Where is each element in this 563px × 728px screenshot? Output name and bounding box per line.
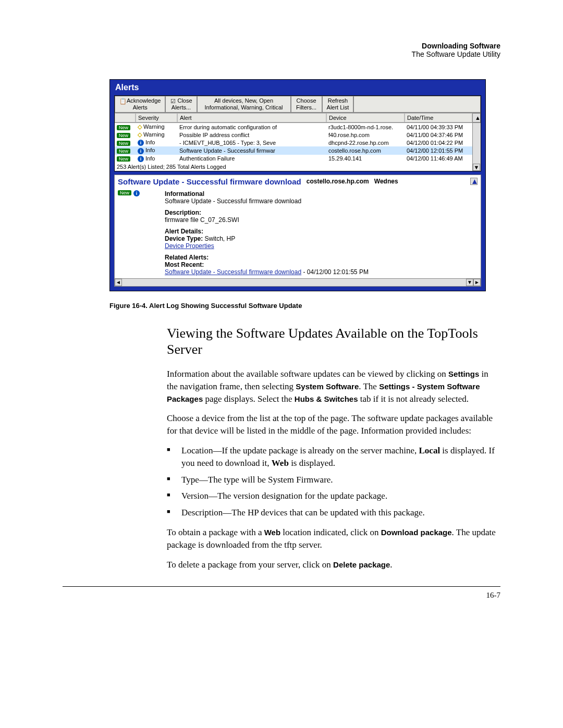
scroll-down-button[interactable]: ▼: [473, 164, 480, 171]
detail-body: New i Informational Software Update - Su…: [115, 188, 481, 278]
filter-summary: All devices, New, Open Informational, Wa…: [197, 96, 291, 113]
cell-device: costello.rose.hp.com: [326, 147, 405, 154]
window-titlebar: Alerts: [110, 80, 485, 95]
table-row[interactable]: Newi Info- ICMEVT_HUB_1065 - Type: 3, Se…: [115, 139, 472, 146]
col-date[interactable]: Date/Time: [405, 113, 472, 122]
paragraph-4: To delete a package from your server, cl…: [167, 559, 500, 571]
toolbar-spacer: [353, 96, 481, 113]
table-row[interactable]: Newi InfoAuthentication Failure15.29.40.…: [115, 155, 472, 163]
col-severity[interactable]: Severity: [136, 113, 177, 122]
col-device[interactable]: Device: [326, 113, 405, 122]
filter-line1: All devices, New, Open: [214, 97, 273, 104]
choose-filters-button[interactable]: Choose Filters...: [291, 96, 322, 113]
warning-icon: ◇: [138, 131, 142, 138]
page: Downloading Software The Software Update…: [0, 0, 563, 621]
alert-detail-panel: Software Update - Successful firmware do…: [114, 175, 481, 287]
cell-alert: Software Update - Successful firmwar: [177, 147, 326, 154]
toolbar-label: Refresh: [328, 97, 348, 104]
detail-host: costello.rose.hp.com: [307, 178, 369, 185]
recent-alert-link[interactable]: Software Update - Successful firmware do…: [165, 268, 301, 276]
toolbar-label: Close: [177, 97, 192, 104]
new-badge: New: [117, 149, 130, 154]
detail-summary: Software Update - Successful firmware do…: [165, 198, 478, 205]
cell-severity: i Info: [136, 139, 177, 146]
cell-severity: i Info: [136, 146, 177, 154]
most-recent-label: Most Recent:: [165, 261, 204, 268]
toolbar-label: Filters...: [296, 104, 316, 111]
cell-alert: Authentication Failure: [177, 155, 326, 162]
close-alerts-button[interactable]: ☑Close Alerts...: [165, 96, 197, 113]
toolbar-label: Choose: [297, 97, 316, 104]
info-icon: i: [138, 140, 144, 146]
scroll-right-button[interactable]: ►: [473, 279, 481, 286]
new-badge: New: [117, 133, 130, 138]
device-type-line: Device Type: Switch, HP: [165, 235, 478, 242]
page-footer: 16-7: [63, 586, 500, 600]
bullet-list: Location—If the update package is alread…: [167, 445, 500, 519]
cell-device: 15.29.40.141: [326, 155, 405, 162]
warning-icon: ◇: [138, 124, 142, 130]
cell-device: r3udc1-8000m-nd-1.rose.: [326, 124, 405, 131]
detail-badge-area: New i: [118, 190, 154, 276]
cell-severity: ◇ Warning: [136, 123, 177, 131]
col-new[interactable]: [115, 113, 136, 122]
bullet-3: Version—The version designation for the …: [167, 490, 500, 502]
table-row[interactable]: Newi InfoSoftware Update - Successful fi…: [115, 146, 472, 154]
new-badge: New: [117, 125, 130, 130]
info-icon: i: [138, 148, 144, 154]
col-alert[interactable]: Alert: [177, 113, 326, 122]
info-icon: i: [138, 156, 144, 162]
device-properties-link[interactable]: Device Properties: [165, 242, 214, 250]
cell-severity: i Info: [136, 155, 177, 163]
toolbar-label: Alerts...: [172, 104, 191, 111]
toolbar-label: Alerts: [133, 104, 148, 111]
header-subtitle: The Software Update Utility: [63, 50, 500, 58]
detail-header: Software Update - Successful firmware do…: [115, 175, 481, 188]
desc-label: Description:: [165, 209, 478, 216]
body-section: Viewing the Software Updates Available o…: [167, 325, 500, 571]
detail-day: Wednes: [374, 178, 398, 185]
status-line: 253 Alert(s) Listed; 285 Total Alerts Lo…: [115, 163, 472, 171]
cell-device: f40.rose.hp.com: [326, 131, 405, 139]
cell-severity: ◇ Warning: [136, 131, 177, 139]
cell-date: 04/11/00 04:37:46 PM: [405, 131, 472, 139]
column-headers: Severity Alert Device Date/Time ▲: [115, 113, 481, 123]
toolbar-label: Acknowledge: [127, 97, 161, 104]
detail-level: Informational: [165, 190, 478, 198]
new-badge: New: [118, 190, 131, 195]
bullet-4: Description—The HP devices that can be u…: [167, 507, 500, 519]
acknowledge-button[interactable]: 📋Acknowledge Alerts: [115, 96, 165, 113]
refresh-button[interactable]: Refresh Alert List: [322, 96, 354, 113]
cell-alert: Error during automatic configuration of: [177, 124, 326, 131]
info-icon: i: [133, 190, 140, 196]
device-type-label: Device Type:: [165, 235, 203, 242]
paragraph-1: Information about the available software…: [167, 368, 500, 405]
alerts-toolbar: 📋Acknowledge Alerts ☑Close Alerts... All…: [115, 96, 481, 113]
cell-device: dhcpnd-22.rose.hp.com: [326, 139, 405, 146]
vertical-scrollbar[interactable]: ▼: [472, 123, 481, 170]
cell-date: 04/11/00 04:39:33 PM: [405, 124, 472, 131]
alerts-window: Alerts 📋Acknowledge Alerts ☑Close Alerts…: [109, 79, 486, 291]
desc-text: firmware file C_07_26.SWI: [165, 216, 478, 224]
cell-date: 04/12/00 01:04:22 PM: [405, 139, 472, 146]
detail-scroll-up[interactable]: ▲: [470, 178, 478, 185]
toolbar-label: Alert List: [327, 104, 349, 111]
cell-date: 04/12/00 12:01:55 PM: [405, 147, 472, 154]
horizontal-scrollbar[interactable]: ◄ ▼ ►: [115, 278, 481, 286]
scroll-up-button[interactable]: ▲: [472, 113, 481, 122]
detail-content: Informational Software Update - Successf…: [165, 190, 478, 276]
header-title: Downloading Software: [63, 42, 500, 50]
acknowledge-icon: 📋: [119, 98, 126, 104]
filter-line2: Informational, Warning, Critical: [205, 104, 283, 111]
table-row[interactable]: New◇ WarningError during automatic confi…: [115, 123, 472, 131]
figure-caption: Figure 16-4. Alert Log Showing Successfu…: [109, 302, 500, 310]
screenshot-figure: Alerts 📋Acknowledge Alerts ☑Close Alerts…: [109, 79, 500, 291]
most-recent-line: Software Update - Successful firmware do…: [165, 268, 478, 276]
new-badge: New: [117, 141, 130, 146]
page-header: Downloading Software The Software Update…: [63, 42, 500, 58]
scroll-left-button[interactable]: ◄: [115, 279, 122, 286]
table-row[interactable]: New◇ WarningPossible IP address conflict…: [115, 131, 472, 139]
bullet-1: Location—If the update package is alread…: [167, 445, 500, 470]
h-scroll-corner[interactable]: ▼: [466, 279, 473, 286]
alert-rows: New◇ WarningError during automatic confi…: [115, 123, 472, 162]
